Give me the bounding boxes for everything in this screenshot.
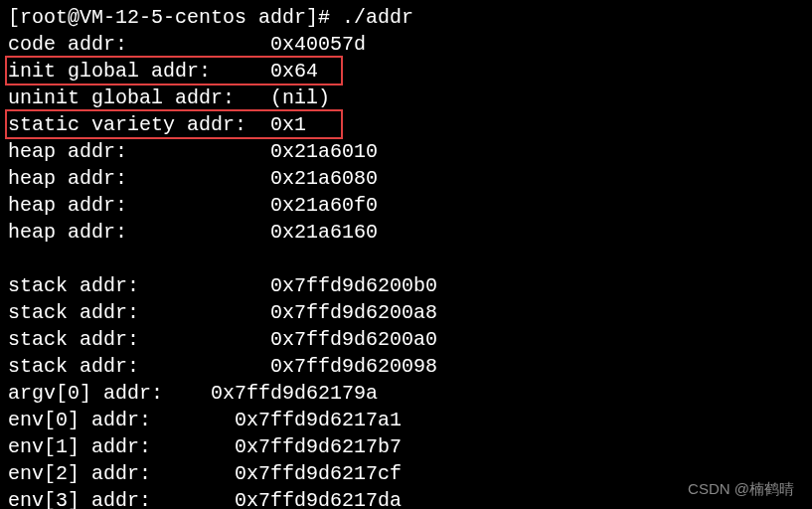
output-line: init global addr: 0x64 bbox=[8, 58, 804, 85]
label: static variety addr: bbox=[8, 113, 246, 136]
prompt-line: [root@VM-12-5-centos addr]# ./addr bbox=[8, 4, 804, 31]
value: 0x7ffd9d6200a0 bbox=[270, 328, 437, 351]
spacer bbox=[127, 167, 270, 190]
watermark-text: CSDN @楠鹤晴 bbox=[688, 479, 794, 499]
value: 0x7ffd9d6200b0 bbox=[270, 274, 437, 297]
output-line: env[0] addr: 0x7ffd9d6217a1 bbox=[8, 407, 804, 433]
label: stack addr: bbox=[8, 274, 139, 297]
output-line: uninit global addr: (nil) bbox=[8, 85, 804, 111]
spacer bbox=[139, 355, 270, 378]
output-line: code addr: 0x40057d bbox=[8, 31, 804, 58]
output-line: stack addr: 0x7ffd9d620098 bbox=[8, 353, 804, 380]
spacer bbox=[151, 489, 235, 509]
value: 0x7ffd9d6217da bbox=[235, 489, 402, 509]
value: 0x7ffd9d620098 bbox=[270, 355, 437, 378]
label: stack addr: bbox=[8, 301, 139, 324]
value: 0x21a6080 bbox=[270, 167, 378, 190]
spacer bbox=[127, 140, 270, 163]
spacer bbox=[235, 86, 270, 109]
label: env[2] addr: bbox=[8, 462, 151, 485]
spacer bbox=[127, 194, 270, 217]
value: 0x7ffd9d6217b7 bbox=[235, 435, 402, 458]
label: uninit global addr: bbox=[8, 86, 235, 109]
spacer bbox=[127, 221, 270, 244]
output-line: static variety addr: 0x1 bbox=[8, 111, 804, 138]
label: heap addr: bbox=[8, 221, 127, 244]
spacer bbox=[151, 409, 235, 431]
value: 0x7ffd9d6217a1 bbox=[235, 409, 402, 431]
label: code addr: bbox=[8, 33, 127, 56]
output-line: stack addr: 0x7ffd9d6200b0 bbox=[8, 272, 804, 299]
label: heap addr: bbox=[8, 140, 127, 163]
label: stack addr: bbox=[8, 355, 139, 378]
label: stack addr: bbox=[8, 328, 139, 351]
spacer bbox=[139, 274, 270, 297]
label: heap addr: bbox=[8, 167, 127, 190]
spacer bbox=[139, 328, 270, 351]
output-line: env[3] addr: 0x7ffd9d6217da bbox=[8, 487, 804, 509]
output-line: env[1] addr: 0x7ffd9d6217b7 bbox=[8, 433, 804, 460]
value: 0x21a6160 bbox=[270, 221, 378, 244]
value: 0x7ffd9d6200a8 bbox=[270, 301, 437, 324]
output-line: stack addr: 0x7ffd9d6200a8 bbox=[8, 299, 804, 326]
value: 0x7ffd9d6217cf bbox=[235, 462, 402, 485]
output-line: env[2] addr: 0x7ffd9d6217cf bbox=[8, 460, 804, 487]
output-line: stack addr: 0x7ffd9d6200a0 bbox=[8, 326, 804, 353]
output-line: argv[0] addr: 0x7ffd9d62179a bbox=[8, 380, 804, 407]
value: 0x21a60f0 bbox=[270, 194, 378, 217]
spacer bbox=[151, 462, 235, 485]
label: heap addr: bbox=[8, 194, 127, 217]
label: env[0] addr: bbox=[8, 409, 151, 431]
value: 0x1 bbox=[270, 113, 306, 136]
spacer bbox=[139, 301, 270, 324]
spacer bbox=[211, 60, 270, 83]
output-line: heap addr: 0x21a6160 bbox=[8, 219, 804, 246]
output-line: heap addr: 0x21a6010 bbox=[8, 138, 804, 165]
value: 0x7ffd9d62179a bbox=[211, 382, 378, 405]
output-line: heap addr: 0x21a60f0 bbox=[8, 192, 804, 219]
label: argv[0] addr: bbox=[8, 382, 163, 405]
output-line: heap addr: 0x21a6080 bbox=[8, 165, 804, 192]
label: env[1] addr: bbox=[8, 435, 151, 458]
value: 0x21a6010 bbox=[270, 140, 378, 163]
output-line bbox=[8, 246, 804, 272]
spacer bbox=[246, 113, 270, 136]
spacer bbox=[163, 382, 211, 405]
spacer bbox=[127, 33, 270, 56]
value: 0x64 bbox=[270, 60, 318, 83]
value: 0x40057d bbox=[270, 33, 366, 56]
label: init global addr: bbox=[8, 60, 211, 83]
spacer bbox=[151, 435, 235, 458]
value: (nil) bbox=[270, 86, 330, 109]
label: env[3] addr: bbox=[8, 489, 151, 509]
